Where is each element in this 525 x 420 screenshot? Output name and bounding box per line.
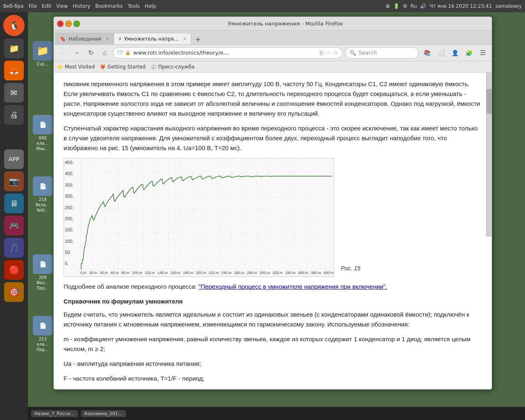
fire-icon: 🦊 <box>100 64 106 70</box>
close-button[interactable]: × <box>57 21 64 27</box>
menu-file[interactable]: File <box>29 3 37 9</box>
menu-icon[interactable]: ☰ <box>477 47 488 59</box>
sidebar-icon-files[interactable]: 📁 <box>4 39 24 58</box>
nav-bar: ← → ↻ ⌂ 🛡 🔒 www.rotr.info/electronics/th… <box>54 45 492 61</box>
sidebar-icon-firefox[interactable]: 🦊 <box>4 61 24 80</box>
sidebar: 🐧 📁 🦊 ✉ 🖨 APP 📷 🖥 🎮 🎵 🔴 🎯 <box>0 12 28 420</box>
maximize-button[interactable]: □ <box>73 21 80 27</box>
sidebar-icon-scanner[interactable]: 🖨 <box>4 105 24 125</box>
chart-container: 450. 400. 350. 300. 250. 200. 150. 100. … <box>64 158 482 277</box>
tab-close-umn[interactable]: × <box>183 36 187 41</box>
menu-history[interactable]: History <box>73 3 91 9</box>
sidebar-icon-app6[interactable]: 🔴 <box>4 260 24 280</box>
taskbar-bottom: Назме_7_Росси… Коровина_201… <box>28 407 525 420</box>
sidebar-icon-app5[interactable]: 🎵 <box>4 238 24 258</box>
https-icon: 🔒 <box>125 50 131 55</box>
bookmarks-bar: ⭐ Most Visited 🦊 Getting Started 📰 Пресс… <box>54 61 492 73</box>
chart: 450. 400. 350. 300. 250. 200. 150. 100. … <box>64 158 334 277</box>
tab-umn[interactable]: ⚡ Умножитель напря… × <box>114 33 191 44</box>
transient-link[interactable]: "Переходный процесс в умножителе напряже… <box>199 283 387 290</box>
desktop-icon-col[interactable]: 📁 Col… <box>30 41 56 67</box>
reload-button[interactable]: ↻ <box>85 47 96 59</box>
tab-label-umn: Умножитель напря… <box>124 36 179 42</box>
home-button[interactable]: ⌂ <box>99 47 110 59</box>
library-icon[interactable]: 📚 <box>421 47 433 59</box>
folder-icon: 📁 <box>33 41 52 61</box>
content-area[interactable]: пиковник переменного напряжения в этом п… <box>54 73 492 390</box>
taskbar-item-2[interactable]: Коровина_201… <box>81 410 126 417</box>
star-icon: ⭐ <box>57 64 63 70</box>
menu-tools[interactable]: Tools <box>128 3 140 9</box>
tab-bar: 🔖 Наблюдения × ⚡ Умножитель напря… × + <box>54 31 492 45</box>
sidebar-icon-app3[interactable]: 🖥 <box>4 194 24 213</box>
search-placeholder: Search <box>358 50 377 56</box>
search-icon: 🔍 <box>349 50 356 56</box>
chart-caption: Рис. 15 <box>341 264 360 277</box>
copy-icon[interactable]: ⎘ <box>320 50 323 56</box>
list-item-m: m - коэффициент умножения напряжения, ра… <box>64 334 482 354</box>
addons-icon[interactable]: 🧩 <box>463 47 475 59</box>
desktop-icon-209[interactable]: 📄 209Физ…Пер… <box>30 254 56 291</box>
link-para: Подробнее об анализе переходного процесс… <box>64 282 482 292</box>
news-icon: 📰 <box>151 64 157 70</box>
system-tray: 🖥 🔋 ⚙ Ru 🔊 Чт янв 16 2020 12:23:41 samal… <box>385 3 522 9</box>
minimize-button[interactable]: − <box>65 21 72 27</box>
forward-button[interactable]: → <box>71 47 82 59</box>
window-controls: × − □ <box>57 21 80 27</box>
menu-edit[interactable]: Edit <box>42 3 51 9</box>
list-item-c: С - ёмкость конденсатора (в рассматривае… <box>64 388 482 390</box>
doc-icon-218: 📄 <box>33 176 52 196</box>
title-bar: × − □ Умножитель напряжения - Mozilla Fi… <box>54 17 492 31</box>
menu-view[interactable]: View <box>56 3 68 9</box>
desktop-icon-040[interactable]: 📄 040кла…Мак… <box>30 115 56 151</box>
bookmark-press[interactable]: 📰 Пресс-служба <box>151 64 194 70</box>
tab-label-nab: Наблюдения <box>68 36 101 42</box>
list-item-ua: Ua - амплитуда напряжения источника пита… <box>64 359 482 369</box>
user-label: samalexey <box>495 3 522 9</box>
bookmark-getting-started[interactable]: 🦊 Getting Started <box>100 64 146 70</box>
sidebar-spacer <box>4 127 24 147</box>
new-tab-button[interactable]: + <box>193 34 203 44</box>
doc-icon-209: 📄 <box>33 254 52 274</box>
chart-y-axis: 450. 400. 350. 300. 250. 200. 150. 100. … <box>64 158 80 268</box>
tab-icon-umn: ⚡ <box>118 36 121 42</box>
tab-close-nab[interactable]: × <box>105 36 109 41</box>
scrollbar-track[interactable] <box>486 73 492 237</box>
menu-bookmarks[interactable]: Bookmarks <box>95 3 123 9</box>
menu-webber[interactable]: Веб-бра <box>3 3 24 9</box>
doc-icon-213: 📄 <box>33 316 52 336</box>
doc-icon-040: 📄 <box>33 115 52 135</box>
para1: пиковник переменного напряжения в этом п… <box>64 79 482 119</box>
browser-window: × − □ Умножитель напряжения - Mozilla Fi… <box>53 16 492 390</box>
url-text: www.rotr.info/electronics/theory/e… <box>133 50 317 56</box>
sidebar-icon-app7[interactable]: 🎯 <box>4 282 24 302</box>
battery-icon: 🔋 <box>393 3 399 9</box>
desktop-icon-213[interactable]: 📄 213кла…Пер… <box>30 316 56 352</box>
sidebar-icon-app1[interactable]: APP <box>4 149 24 169</box>
hp-icon: 🖥 <box>385 3 390 9</box>
back-button[interactable]: ← <box>57 47 68 59</box>
ubuntu-button[interactable]: 🐧 <box>3 15 25 36</box>
search-bar[interactable]: 🔍 Search <box>345 47 419 59</box>
address-bar[interactable]: 🛡 🔒 www.rotr.info/electronics/theory/e… … <box>113 47 342 59</box>
scrollbar-thumb[interactable] <box>486 89 492 114</box>
bookmark-most-visited[interactable]: ⭐ Most Visited <box>57 64 95 70</box>
sidebar-icon-email[interactable]: ✉ <box>4 83 24 103</box>
para3: Будем считать, что умножитель является и… <box>64 310 482 329</box>
shield-icon: 🛡 <box>117 50 123 56</box>
menu-help[interactable]: Help <box>145 3 156 9</box>
chart-svg <box>80 160 332 269</box>
chart-x-axis: 0.m20.m40.m60.m80.m100.m120.m140.m160.m1… <box>80 270 334 276</box>
sidebar-icon-app4[interactable]: 🎮 <box>4 216 24 235</box>
tab-nab[interactable]: 🔖 Наблюдения × <box>55 33 114 44</box>
taskbar-item-1[interactable]: Назме_7_Росси… <box>31 410 78 417</box>
more-icon[interactable]: ··· <box>326 50 331 56</box>
desktop-icon-218[interactable]: 📄 2188кла…feld… <box>30 176 56 213</box>
tabs-icon[interactable]: ⬜ <box>435 47 447 59</box>
sidebar-icon-app2[interactable]: 📷 <box>4 171 24 191</box>
section-heading: Справочник по формулам умножителя <box>64 297 482 306</box>
window-title: Умножитель напряжения - Mozilla Firefox <box>82 21 488 27</box>
account-icon[interactable]: 👤 <box>449 47 461 59</box>
bookmark-star-icon[interactable]: ☆ <box>333 50 338 56</box>
menu-bar: Веб-бра File Edit View History Bookmarks… <box>3 3 156 9</box>
